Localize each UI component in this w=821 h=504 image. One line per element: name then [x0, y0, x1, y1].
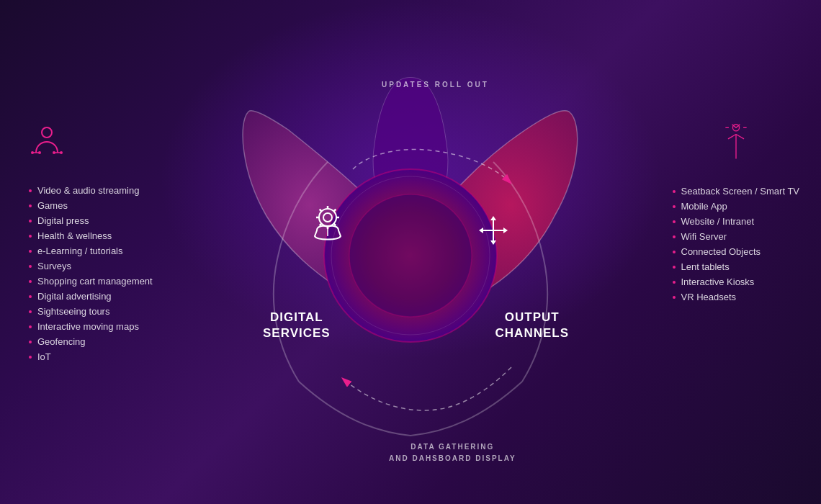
- list-item: Wifi Server: [673, 229, 800, 244]
- arrows-icon: [673, 122, 800, 162]
- list-item: Connected Objects: [673, 244, 800, 259]
- list-item: Health & wellness: [29, 228, 153, 243]
- list-item: Interactive Kiosks: [673, 274, 800, 289]
- digital-services-list: Video & audio streaming Games Digital pr…: [29, 183, 153, 364]
- list-item: Video & audio streaming: [29, 183, 153, 198]
- list-item: Digital press: [29, 213, 153, 228]
- updates-label: UPDATES ROLL OUT: [382, 81, 489, 89]
- output-channels-label: OUTPUT CHANNELS: [495, 310, 569, 341]
- list-item: Lent tablets: [673, 259, 800, 274]
- user-network-icon: [29, 122, 153, 161]
- list-item: Seatback Screen / Smart TV: [673, 184, 800, 199]
- digital-services-title: DIGITAL SERVICES: [263, 310, 331, 341]
- list-item: Mobile App: [673, 199, 800, 214]
- list-item: IoT: [29, 349, 153, 364]
- list-item: Interactive moving maps: [29, 319, 153, 334]
- list-item: Surveys: [29, 258, 153, 274]
- list-item: Digital advertising: [29, 289, 153, 304]
- svg-line-10: [736, 135, 744, 139]
- right-sidebar: Seatback Screen / Smart TV Mobile App We…: [673, 122, 800, 305]
- list-item: e-Learning / tutorials: [29, 243, 153, 258]
- svg-line-9: [728, 135, 736, 139]
- digital-services-label: DIGITAL SERVICES: [263, 310, 331, 341]
- list-item: Geofencing: [29, 334, 153, 349]
- list-item: Website / Intranet: [673, 214, 800, 229]
- svg-point-4: [38, 151, 41, 154]
- svg-point-5: [53, 151, 55, 154]
- svg-point-6: [60, 151, 63, 154]
- svg-point-15: [349, 194, 472, 317]
- data-gathering-label: DATA GATHERING AND DAHSBOARD DISPLAY: [389, 441, 516, 464]
- list-item: Shopping cart management: [29, 274, 153, 289]
- svg-point-0: [42, 127, 52, 138]
- svg-point-3: [31, 151, 34, 154]
- output-channels-list: Seatback Screen / Smart TV Mobile App We…: [673, 184, 800, 305]
- diagram-container: DIGITAL SERVICES OUTPUT CHANNELS: [194, 43, 627, 461]
- list-item: Games: [29, 198, 153, 213]
- left-sidebar: Video & audio streaming Games Digital pr…: [29, 122, 153, 364]
- output-channels-title: OUTPUT CHANNELS: [495, 310, 569, 341]
- list-item: VR Headsets: [673, 289, 800, 305]
- list-item: Sightseeing tours: [29, 304, 153, 319]
